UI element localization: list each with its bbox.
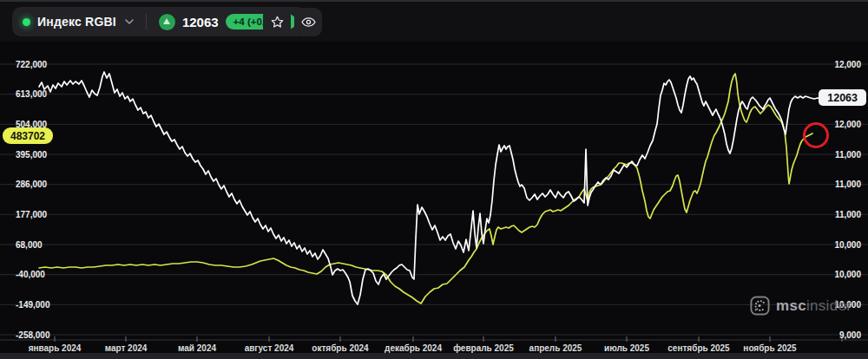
msc-insider-logo-icon <box>750 296 770 316</box>
rgbi-value-badge: 12063 <box>819 89 866 106</box>
x-axis-label: апрель 2025 <box>529 343 582 353</box>
arrow-up-icon <box>159 14 175 30</box>
instrument-title: Индекс RGBI <box>37 15 116 29</box>
left-axis-label: -258,000 <box>16 330 50 340</box>
toolbar: Индекс RGBI 12063 +4 (+0.03%) <box>0 0 868 42</box>
rgbi-series-line <box>39 72 825 304</box>
chart-page: Индекс RGBI 12063 +4 (+0.03%) 722,000613… <box>0 0 868 359</box>
favorite-button[interactable] <box>263 8 291 36</box>
x-axis-label: февраль 2025 <box>453 343 514 353</box>
instrument-value: 12063 <box>182 15 219 29</box>
right-axis-label: 10,000 <box>834 240 861 250</box>
yellow-series-line <box>39 74 812 304</box>
x-axis-label: июль 2025 <box>604 343 649 353</box>
watch-button[interactable] <box>294 8 322 36</box>
right-axis-label: 10,000 <box>834 270 861 279</box>
left-axis-label: 395,000 <box>16 150 48 160</box>
left-axis-label: -40,000 <box>16 270 45 279</box>
chart-area[interactable]: 722,000613,000504,000395,000286,000177,0… <box>0 42 868 359</box>
eye-icon <box>300 14 317 30</box>
left-axis-label: 613,000 <box>16 89 48 99</box>
x-axis-label: май 2024 <box>178 343 216 353</box>
chevron-down-icon[interactable] <box>125 19 134 24</box>
x-axis-label: октябрь 2024 <box>312 343 369 353</box>
star-icon <box>270 15 285 29</box>
x-axis-label: январь 2024 <box>29 343 82 353</box>
x-axis-label: декабрь 2024 <box>385 343 442 353</box>
x-axis-label: ноябрь 2025 <box>743 343 797 353</box>
x-axis-label: август 2024 <box>245 343 294 353</box>
divider <box>146 14 147 29</box>
plot-canvas: 722,000613,000504,000395,000286,000177,0… <box>0 42 868 359</box>
bottom-strip <box>0 353 868 359</box>
left-axis-label: 177,000 <box>16 210 48 219</box>
right-axis-label: 12,000 <box>834 120 861 129</box>
watermark-text: mscinsider <box>776 297 852 315</box>
left-axis-label: 722,000 <box>16 60 48 69</box>
left-axis-label: 286,000 <box>16 180 48 189</box>
live-status-dot-icon <box>23 18 30 26</box>
right-axis-label: 11,000 <box>835 180 861 189</box>
right-axis-label: 12,000 <box>834 60 861 69</box>
left-axis-label: -149,000 <box>16 300 50 310</box>
right-axis-label: 9,000 <box>839 330 861 340</box>
watermark: mscinsider <box>750 296 852 316</box>
x-axis-label: сентябрь 2025 <box>667 343 730 353</box>
right-axis-label: 11,000 <box>835 210 861 219</box>
yellow-series-value-badge: 483702 <box>3 127 53 144</box>
left-axis-label: 68,000 <box>16 240 43 250</box>
right-axis-label: 11,000 <box>835 150 861 160</box>
x-axis-label: март 2024 <box>105 343 148 353</box>
red-annotation-circle <box>803 122 829 148</box>
